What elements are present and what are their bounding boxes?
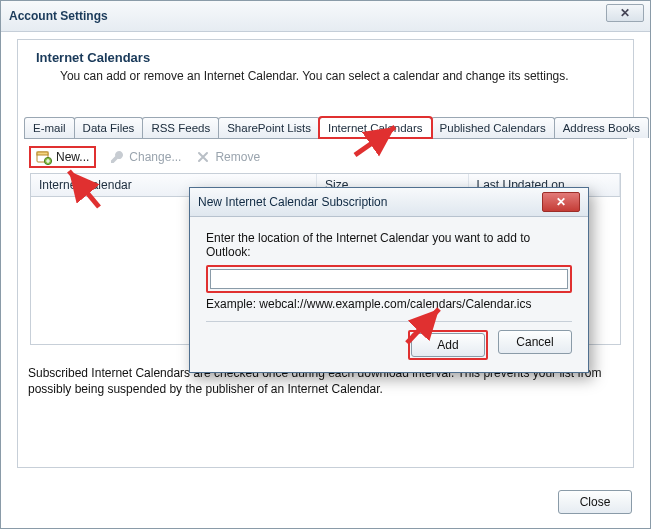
change-button: Change... <box>109 149 181 165</box>
dialog-example: Example: webcal://www.example.com/calend… <box>206 297 572 311</box>
dialog-title: New Internet Calendar Subscription <box>198 195 387 209</box>
new-button-label: New... <box>56 150 89 164</box>
cancel-button[interactable]: Cancel <box>498 330 572 354</box>
tab-address-books[interactable]: Address Books <box>554 117 649 138</box>
tab-sharepoint-lists[interactable]: SharePoint Lists <box>218 117 320 138</box>
remove-button: Remove <box>195 149 260 165</box>
tabs: E-mail Data Files RSS Feeds SharePoint L… <box>24 117 627 139</box>
dialog-separator <box>206 321 572 322</box>
new-internet-calendar-dialog: New Internet Calendar Subscription ✕ Ent… <box>189 187 589 373</box>
dialog-close-button[interactable]: ✕ <box>542 192 580 212</box>
toolbar: New... Change... Remove <box>24 139 627 173</box>
add-highlight: Add <box>408 330 488 360</box>
new-button[interactable]: New... <box>30 147 95 167</box>
change-button-label: Change... <box>129 150 181 164</box>
calendar-url-input[interactable] <box>210 269 568 289</box>
account-settings-window: Account Settings ✕ Internet Calendars Yo… <box>0 0 651 529</box>
close-icon: ✕ <box>556 195 566 209</box>
remove-icon <box>195 149 211 165</box>
tab-published-calendars[interactable]: Published Calendars <box>431 117 555 138</box>
tab-email[interactable]: E-mail <box>24 117 75 138</box>
window-close-button[interactable]: ✕ <box>606 4 644 22</box>
close-icon: ✕ <box>620 6 630 20</box>
footer-actions: Close <box>558 490 632 514</box>
section-heading: Internet Calendars <box>36 50 615 65</box>
dialog-prompt: Enter the location of the Internet Calen… <box>206 231 572 259</box>
section-header: Internet Calendars You can add or remove… <box>18 40 633 97</box>
calendar-new-icon <box>36 149 52 165</box>
add-button[interactable]: Add <box>411 333 485 357</box>
remove-button-label: Remove <box>215 150 260 164</box>
tab-rss-feeds[interactable]: RSS Feeds <box>142 117 219 138</box>
titlebar: Account Settings ✕ <box>1 1 650 32</box>
wrench-icon <box>109 149 125 165</box>
close-button[interactable]: Close <box>558 490 632 514</box>
window-title: Account Settings <box>9 9 108 23</box>
input-highlight <box>206 265 572 293</box>
tab-data-files[interactable]: Data Files <box>74 117 144 138</box>
tab-internet-calendars[interactable]: Internet Calendars <box>319 117 432 138</box>
dialog-body: Enter the location of the Internet Calen… <box>190 217 588 372</box>
dialog-actions: Add Cancel <box>206 330 572 360</box>
section-description: You can add or remove an Internet Calend… <box>36 65 615 93</box>
svg-rect-1 <box>37 152 48 155</box>
dialog-titlebar: New Internet Calendar Subscription ✕ <box>190 188 588 217</box>
